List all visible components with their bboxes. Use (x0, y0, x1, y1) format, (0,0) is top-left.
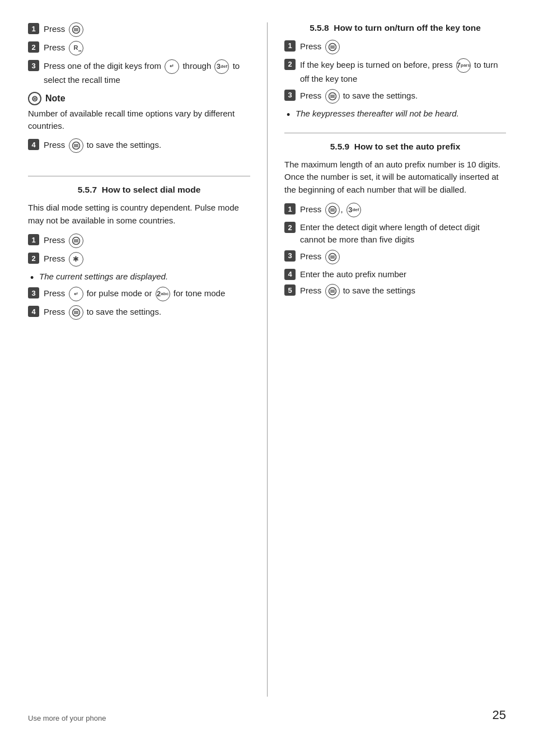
menu-icon-4 (69, 138, 83, 153)
menu-icon (69, 22, 83, 37)
section-559-desc: The maximum length of an auto prefix num… (284, 158, 506, 197)
section-557-desc: This dial mode setting is country depend… (28, 202, 250, 227)
557-step-4: 4 Press to save the (28, 305, 250, 320)
559-step-5: 5 Press to save the (284, 284, 506, 298)
page-footer: Use more of your phone 25 (28, 697, 506, 722)
559-step-2: 2 Enter the detect digit where length of… (284, 221, 506, 246)
section-558: 5.5.8 How to turn on/turn off the key to… (284, 22, 506, 124)
bullet-keypresses: • The keypresses thereafter will not be … (284, 108, 506, 120)
note-box: ⊜ Note Number of available recall time o… (28, 92, 250, 132)
559-step-4: 4 Enter the auto prefix number (284, 268, 506, 281)
section-559: 5.5.9 How to set the auto prefix The max… (284, 141, 506, 303)
step-3: 3 Press one of the digit keys from ↵ thr… (28, 59, 250, 86)
557-step-3: 3 Press ↵ for pulse mode or 2abc for ton… (28, 287, 250, 301)
menu-icon-558-1 (325, 40, 340, 54)
menu-icon-557-4 (69, 305, 83, 320)
r-key-icon: R•• (69, 41, 83, 55)
menu-icon-559-5 (325, 284, 340, 298)
558-step-3: 3 Press to save the (284, 89, 506, 104)
559-step-1: 1 Press , 3def (284, 203, 506, 217)
step-4: 4 Press to save the (28, 138, 250, 153)
step-1: 1 Press (28, 22, 250, 37)
left-column: 1 Press (28, 22, 267, 697)
bullet-current-settings: • The current settings are displayed. (28, 270, 250, 283)
note-icon: ⊜ (28, 92, 41, 105)
menu-icon-557-1 (69, 234, 83, 248)
top-continuation-steps: 1 Press (28, 22, 250, 157)
right-column: 5.5.8 How to turn on/turn off the key to… (267, 22, 506, 697)
1key-icon: ↵ (165, 59, 179, 74)
star-icon: ✱ (69, 252, 83, 267)
557-step-2: 2 Press ✱ (28, 252, 250, 267)
7key-icon: 7pars (456, 58, 471, 73)
menu-icon-558-3 (325, 89, 340, 104)
menu-icon-559-3 (325, 250, 340, 264)
step-2: 2 Press R•• (28, 41, 250, 55)
3key-icon: 3def (214, 59, 229, 74)
558-step-2: 2 If the key beep is turned on before, p… (284, 58, 506, 85)
3key-559-icon: 3def (346, 203, 361, 217)
page: 1 Press (0, 0, 534, 756)
footer-text: Use more of your phone (28, 714, 106, 722)
divider-557 (28, 176, 250, 176)
menu-icon-559-1 (325, 203, 340, 217)
559-step-3: 3 Press (284, 250, 506, 264)
2key-icon: 2abc (156, 287, 170, 301)
558-step-1: 1 Press (284, 40, 506, 54)
section-557: 5.5.7 How to select dial mode This dial … (28, 184, 250, 324)
page-number: 25 (493, 708, 506, 722)
557-step-1: 1 Press (28, 234, 250, 248)
1key-557-icon: ↵ (69, 287, 83, 301)
divider-559 (284, 133, 506, 133)
